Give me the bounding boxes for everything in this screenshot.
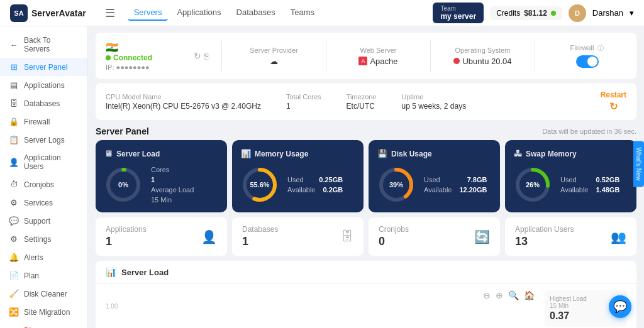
- sidebar-item-site-migration[interactable]: 🔀 Site Migration: [0, 303, 87, 321]
- whats-new-tab[interactable]: What's New: [633, 141, 644, 187]
- connected-label: Connected: [113, 53, 152, 62]
- sidebar: ← Back To Servers ⊞ Server Panel ▤ Appli…: [0, 26, 88, 328]
- firewall-label: Firewall ⓘ: [570, 44, 604, 53]
- db-info: Databases 1: [242, 225, 278, 248]
- cron-info: Cronjobs 0: [379, 225, 409, 248]
- app-label: Applications: [106, 225, 147, 234]
- nav-teams[interactable]: Teams: [284, 5, 321, 21]
- plan-icon: 📄: [9, 271, 19, 280]
- sidebar-item-disconnect[interactable]: ⏏ Disconnect: [0, 321, 87, 328]
- uptime-value: up 5 weeks, 2 days: [401, 102, 466, 111]
- uptime-item: Uptime up 5 weeks, 2 days: [401, 93, 466, 111]
- nav-applications[interactable]: Applications: [170, 5, 227, 21]
- memory-stats: Used 0.25GB Available 0.2GB: [287, 176, 343, 194]
- sidebar-label-cronjobs: Cronjobs: [24, 180, 54, 189]
- sidebar-item-disk-cleaner[interactable]: 🧹 Disk Cleaner: [0, 285, 87, 303]
- webserver-label: Web Server: [360, 46, 397, 54]
- server-load-card: 🖥 Server Load 0% Cores: [96, 140, 227, 212]
- services-icon: ⚙: [9, 198, 19, 207]
- sidebar-item-server-logs[interactable]: 📋 Server Logs: [0, 131, 87, 149]
- os-block: Operating System Ubuntu 20.04: [443, 46, 522, 66]
- restart-button[interactable]: Restart ↻: [601, 90, 626, 112]
- provider-label: Server Provider: [250, 46, 297, 54]
- chart-controls: ⊖ ⊕ 🔍 🏠: [106, 290, 535, 300]
- os-value: Ubuntu 20.04: [453, 57, 511, 66]
- refresh-icon[interactable]: ↻: [194, 51, 201, 61]
- team-name: my server: [440, 12, 476, 21]
- restart-label: Restart: [601, 90, 626, 99]
- sidebar-item-cronjobs[interactable]: ⏱ Cronjobs: [0, 175, 87, 194]
- databases-icon: 🗄: [9, 99, 19, 108]
- memory-used-row: Used 0.25GB: [287, 176, 343, 183]
- migration-icon: 🔀: [9, 307, 19, 317]
- chat-button[interactable]: 💬: [609, 295, 631, 318]
- memory-header: 📊 Memory Usage: [241, 149, 355, 158]
- disk-avail-row: Available 12.20GB: [424, 186, 487, 194]
- sidebar-item-settings[interactable]: ⚙ Settings: [0, 230, 87, 248]
- load-section-title: Server Load: [121, 268, 169, 277]
- sidebar-item-app-users[interactable]: 👤 Application Users: [0, 149, 87, 175]
- server-panel-icon: ⊞: [9, 62, 19, 72]
- zoom-in-icon[interactable]: ⊕: [496, 290, 503, 300]
- home-icon[interactable]: 🏠: [524, 290, 535, 300]
- username: Darshan: [592, 8, 623, 18]
- nav-databases[interactable]: Databases: [230, 5, 282, 21]
- appuser-count: 13: [515, 235, 574, 248]
- disk-pct: 39%: [389, 181, 403, 189]
- app-users-icon: 👤: [9, 158, 19, 167]
- sidebar-item-plan[interactable]: 📄 Plan: [0, 266, 87, 285]
- server-header: 🇮🇳 Connected IP: ●●●●●●●● ↻ ⎘ Server Pro…: [96, 33, 636, 79]
- sidebar-item-server-panel[interactable]: ⊞ Server Panel: [0, 58, 87, 76]
- top-nav: SA ServerAvatar ☰ Servers Applications D…: [0, 0, 644, 26]
- disk-stats: Used 7.8GB Available 12.20GB: [424, 176, 487, 194]
- memory-avail-value: 0.2GB: [323, 186, 343, 194]
- sidebar-label-app-users: Application Users: [24, 153, 79, 171]
- cores-row: Cores: [151, 166, 194, 173]
- avatar[interactable]: D: [569, 4, 586, 22]
- sidebar-item-alerts[interactable]: 🔔 Alerts: [0, 248, 87, 266]
- search-icon[interactable]: 🔍: [508, 290, 519, 300]
- load-chart-svg: [106, 312, 535, 328]
- sidebar-item-databases[interactable]: 🗄 Databases: [0, 94, 87, 112]
- divider3: [430, 40, 431, 72]
- summary-cronjobs: Cronjobs 0 🔄: [369, 217, 500, 256]
- appuser-summary-icon: 👥: [611, 229, 626, 244]
- logs-icon: 📋: [9, 135, 19, 145]
- back-icon: ←: [9, 40, 19, 50]
- webserver-block: Web Server A Apache: [339, 46, 418, 66]
- update-text: Data will be updated in 36 sec.: [542, 128, 636, 135]
- cron-count: 0: [379, 235, 409, 248]
- swap-header: 🖧 Swap Memory: [514, 149, 628, 158]
- cores-label: Total Cores: [286, 93, 321, 101]
- zoom-out-icon[interactable]: ⊖: [483, 290, 491, 300]
- sidebar-label-migration: Site Migration: [24, 308, 70, 317]
- sidebar-label-disk-cleaner: Disk Cleaner: [24, 290, 67, 298]
- server-load-gauge: 0%: [104, 166, 142, 204]
- summary-databases: Databases 1 🗄: [232, 217, 364, 256]
- webserver-value: A Apache: [358, 57, 397, 66]
- server-load-content: 0% Cores 1 Average Load 15 Min: [104, 166, 218, 204]
- connected-dot: [106, 55, 111, 60]
- content-area: 🇮🇳 Connected IP: ●●●●●●●● ↻ ⎘ Server Pro…: [88, 26, 644, 328]
- server-load-header: 🖥 Server Load: [104, 149, 218, 158]
- nav-servers[interactable]: Servers: [128, 5, 169, 21]
- metric-cards: 🖥 Server Load 0% Cores: [96, 140, 636, 212]
- hamburger-icon[interactable]: ☰: [105, 6, 115, 20]
- sidebar-item-back[interactable]: ← Back To Servers: [0, 31, 87, 58]
- copy-icon[interactable]: ⎘: [204, 51, 209, 61]
- disk-used-value: 7.8GB: [467, 176, 487, 183]
- swap-avail-row: Available 1.48GB: [560, 186, 619, 194]
- team-button[interactable]: Team my server: [433, 3, 484, 23]
- app-info: Applications 1: [106, 225, 147, 248]
- firewall-toggle[interactable]: [576, 55, 599, 68]
- sidebar-item-support[interactable]: 💬 Support: [0, 212, 87, 230]
- sidebar-item-services[interactable]: ⚙ Services: [0, 194, 87, 212]
- sidebar-item-applications[interactable]: ▤ Applications: [0, 76, 87, 94]
- db-label: Databases: [242, 225, 278, 234]
- firewall-icon: 🔒: [9, 117, 19, 126]
- swap-pct: 26%: [526, 181, 540, 189]
- sidebar-item-firewall[interactable]: 🔒 Firewall: [0, 112, 87, 131]
- nav-right: Team my server Credits $81.12 D Darshan …: [433, 3, 634, 23]
- info-icon: ⓘ: [597, 45, 604, 52]
- swap-gauge: 26%: [514, 166, 552, 204]
